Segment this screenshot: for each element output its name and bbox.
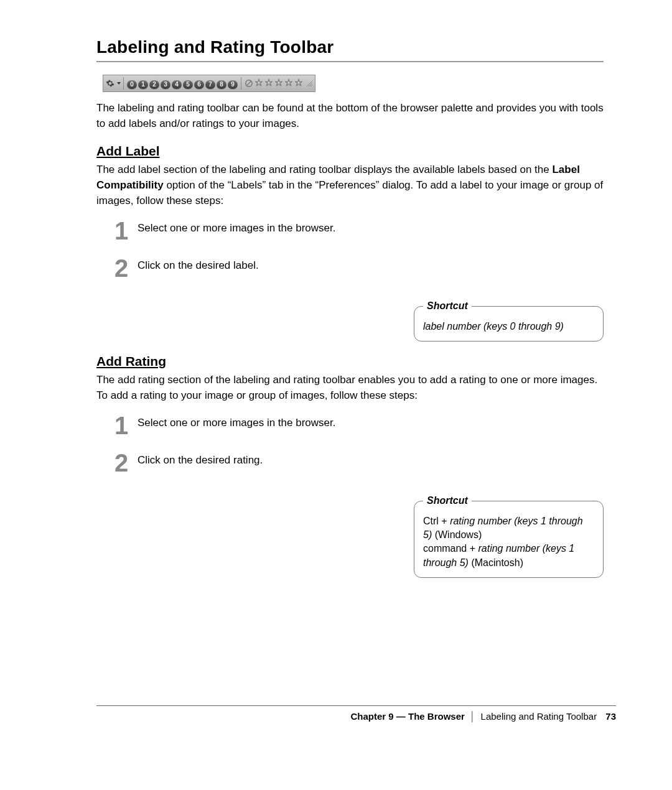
step-number: 2 — [111, 256, 131, 281]
shortcut-legend: Shortcut — [423, 299, 472, 313]
add-rating-shortcut-box: Shortcut Ctrl + rating number (keys 1 th… — [414, 494, 604, 578]
text: The add label section of the labeling an… — [96, 164, 552, 175]
footer-page-number: 73 — [605, 711, 616, 722]
title-rule — [96, 61, 604, 62]
text: option of the “Labels” tab in the “Prefe… — [96, 179, 603, 207]
text: Ctrl + — [423, 516, 450, 526]
resize-grip-icon[interactable] — [306, 80, 312, 86]
text: (Windows) — [432, 529, 482, 540]
footer-rule — [96, 705, 616, 706]
step-number: 1 — [111, 413, 131, 438]
page-footer: Chapter 9 — The Browser │ Labeling and R… — [96, 705, 616, 722]
star-icon[interactable] — [254, 78, 264, 88]
label-button-2[interactable]: 2 — [149, 80, 159, 89]
text: (Macintosh) — [469, 557, 523, 568]
star-icon[interactable] — [274, 78, 284, 88]
step-text: Select one or more images in the browser… — [138, 218, 335, 235]
add-label-shortcut-box: Shortcut label number (keys 0 through 9) — [414, 299, 604, 342]
label-button-4[interactable]: 4 — [172, 80, 182, 89]
add-label-heading: Add Label — [96, 144, 604, 159]
chevron-down-icon[interactable] — [117, 82, 121, 85]
label-button-6[interactable]: 6 — [194, 80, 204, 89]
label-button-1[interactable]: 1 — [138, 80, 148, 89]
add-label-step-1: 1 Select one or more images in the brows… — [111, 218, 604, 243]
shortcut-text: label number (keys 0 through 9) — [423, 321, 564, 332]
shortcut-line-mac: command + rating number (keys 1 through … — [423, 542, 594, 570]
star-icon[interactable] — [264, 78, 274, 88]
footer-separator: │ — [470, 711, 475, 722]
step-text: Select one or more images in the browser… — [138, 413, 335, 429]
label-button-5[interactable]: 5 — [183, 80, 193, 89]
add-rating-paragraph: The add rating section of the labeling a… — [96, 373, 604, 403]
step-text: Click on the desired rating. — [138, 450, 263, 467]
add-rating-heading: Add Rating — [96, 354, 604, 369]
gear-icon[interactable] — [106, 79, 114, 88]
footer-section: Labeling and Rating Toolbar — [481, 711, 597, 722]
label-button-0[interactable]: 0 — [127, 80, 137, 89]
step-number: 2 — [111, 450, 131, 475]
label-button-8[interactable]: 8 — [217, 80, 226, 89]
star-icon[interactable] — [294, 78, 304, 88]
label-button-9[interactable]: 9 — [228, 80, 238, 89]
toolbar-separator — [241, 77, 241, 90]
footer-chapter: Chapter 9 — The Browser — [350, 711, 464, 722]
step-text: Click on the desired label. — [138, 256, 259, 272]
add-rating-step-2: 2 Click on the desired rating. — [111, 450, 604, 475]
page-title: Labeling and Rating Toolbar — [96, 37, 604, 57]
add-rating-step-1: 1 Select one or more images in the brows… — [111, 413, 604, 438]
label-button-3[interactable]: 3 — [161, 80, 170, 89]
text: command + — [423, 543, 478, 554]
toolbar-separator — [123, 77, 124, 90]
star-icon[interactable] — [284, 78, 294, 88]
label-button-7[interactable]: 7 — [205, 80, 215, 89]
labeling-rating-toolbar: 0123456789 — [103, 75, 315, 92]
add-label-step-2: 2 Click on the desired label. — [111, 256, 604, 281]
step-number: 1 — [111, 218, 131, 243]
clear-rating-icon[interactable] — [244, 78, 254, 88]
shortcut-legend: Shortcut — [423, 494, 472, 508]
intro-paragraph: The labeling and rating toolbar can be f… — [96, 101, 604, 131]
svg-line-1 — [247, 81, 251, 86]
add-label-paragraph: The add label section of the labeling an… — [96, 162, 604, 208]
shortcut-line-windows: Ctrl + rating number (keys 1 through 5) … — [423, 514, 594, 542]
